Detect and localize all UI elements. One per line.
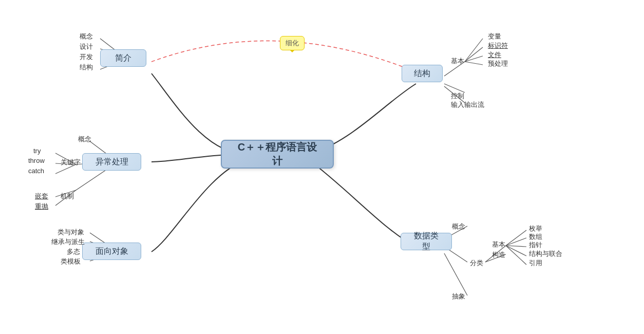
branch-datatype: 数据类型 (401, 233, 452, 250)
exception-try: try (33, 147, 41, 155)
datatype-pointer: 指针 (529, 240, 542, 250)
oop-label-1: 继承与派生 (51, 237, 85, 247)
branch-oop-label: 面向对象 (96, 246, 128, 257)
branch-structure-label: 结构 (414, 68, 430, 79)
branch-structure: 结构 (402, 65, 443, 82)
exception-nested: 嵌套 (35, 192, 48, 201)
exception-rethrow: 重抛 (35, 202, 48, 211)
intro-label-3: 结构 (80, 63, 93, 72)
exception-keyword: 关键字 (61, 158, 81, 167)
exception-concept: 概念 (78, 135, 91, 144)
structure-control: 控制 (451, 91, 464, 101)
intro-label-0: 概念 (80, 32, 93, 41)
datatype-struct-union: 结构与联合 (529, 249, 562, 258)
branch-intro: 简介 (100, 49, 146, 67)
structure-identifier: 标识符 (488, 41, 508, 50)
branch-intro-label: 简介 (115, 53, 131, 64)
svg-line-20 (465, 62, 483, 65)
branch-datatype-label: 数据类型 (410, 231, 442, 252)
center-label: C＋＋程序语言设计 (234, 140, 320, 168)
branch-exception: 异常处理 (82, 153, 141, 171)
intro-label-2: 开发 (80, 52, 93, 62)
datatype-basic: 基本 (492, 240, 505, 249)
datatype-abstract: 抽象 (452, 292, 465, 301)
oop-label-2: 多态 (67, 247, 80, 256)
structure-variable: 变量 (488, 32, 501, 41)
datatype-concept: 概念 (452, 222, 465, 231)
branch-exception-label: 异常处理 (96, 157, 128, 168)
oop-label-3: 类模板 (61, 257, 81, 266)
intro-label-1: 设计 (80, 42, 93, 51)
center-node: C＋＋程序语言设计 (221, 140, 334, 169)
svg-line-29 (506, 246, 526, 256)
structure-file: 文件 (488, 50, 501, 60)
structure-preprocess: 预处理 (488, 59, 508, 68)
svg-line-26 (506, 230, 526, 246)
svg-line-30 (506, 246, 526, 265)
oop-label-0: 类与对象 (58, 228, 84, 237)
datatype-construct: 构造 (492, 250, 505, 259)
callout-label: 细化 (286, 39, 299, 47)
svg-line-17 (465, 39, 483, 62)
svg-line-28 (506, 246, 526, 247)
callout-refine: 细化 (280, 36, 305, 50)
svg-line-27 (506, 238, 526, 246)
exception-mechanism: 机制 (61, 192, 74, 201)
svg-line-18 (465, 47, 483, 62)
datatype-reference: 引用 (529, 258, 542, 268)
exception-throw: throw (28, 157, 45, 164)
svg-line-19 (465, 56, 483, 62)
exception-catch: catch (28, 167, 44, 175)
structure-io: 输入输出流 (451, 100, 484, 109)
datatype-classify: 分类 (470, 258, 483, 268)
structure-basic: 基本 (451, 57, 464, 66)
branch-oop: 面向对象 (82, 243, 141, 260)
